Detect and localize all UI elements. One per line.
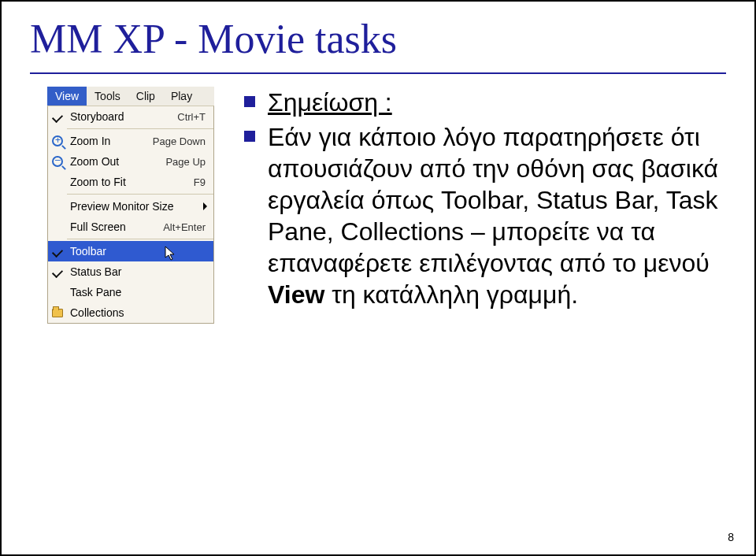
cursor-icon xyxy=(165,246,176,261)
blank-icon xyxy=(48,217,67,237)
menu-zoom-in[interactable]: Zoom In Page Down xyxy=(48,131,213,151)
slide-title: ΜΜ XP - Movie tasks xyxy=(30,16,397,62)
menu-collections[interactable]: Collections xyxy=(48,302,213,323)
menu-item-shortcut: Page Up xyxy=(165,156,213,168)
menu-item-label: Status Bar xyxy=(67,265,213,278)
menubar-tools[interactable]: Tools xyxy=(87,87,128,106)
menu-item-label: Zoom to Fit xyxy=(67,176,194,188)
menu-item-label: Storyboard xyxy=(67,110,177,123)
zoom-in-icon xyxy=(48,131,67,151)
view-dropdown: Storyboard Ctrl+T Zoom In Page Down Zoom… xyxy=(47,106,214,324)
menubar-play[interactable]: Play xyxy=(163,87,200,106)
check-icon xyxy=(48,106,67,127)
bullet-paragraph: Εάν για κάποιο λόγο παρατηρήσετε ότι απο… xyxy=(244,121,723,310)
menu-item-label: Collections xyxy=(67,306,213,319)
menu-zoom-to-fit[interactable]: Zoom to Fit F9 xyxy=(48,172,213,192)
menubar: View Tools Clip Play xyxy=(47,87,214,106)
menu-item-shortcut: Ctrl+T xyxy=(177,111,213,123)
bullet-icon xyxy=(244,96,255,107)
menu-item-label: Toolbar xyxy=(67,245,213,258)
page-number: 8 xyxy=(728,531,734,543)
zoom-out-icon xyxy=(48,151,67,172)
menu-separator xyxy=(67,239,213,239)
folder-icon xyxy=(48,302,67,323)
menu-task-pane[interactable]: Task Pane xyxy=(48,282,213,302)
check-icon xyxy=(48,241,67,261)
menu-status-bar[interactable]: Status Bar xyxy=(48,261,213,282)
blank-icon xyxy=(48,282,67,302)
menu-preview-size[interactable]: Preview Monitor Size xyxy=(48,196,213,217)
title-rule xyxy=(30,72,726,74)
bullet-icon xyxy=(244,131,255,142)
menu-separator xyxy=(67,194,213,195)
blank-icon xyxy=(48,196,67,217)
menu-item-label: Full Screen xyxy=(67,221,163,233)
note-label: Σημείωση : xyxy=(268,88,392,117)
menubar-view[interactable]: View xyxy=(47,87,87,106)
menubar-clip[interactable]: Clip xyxy=(128,87,163,106)
menu-toolbar[interactable]: Toolbar xyxy=(48,241,213,261)
paragraph-bold: View xyxy=(268,280,324,309)
menu-storyboard[interactable]: Storyboard Ctrl+T xyxy=(48,106,213,127)
menu-full-screen[interactable]: Full Screen Alt+Enter xyxy=(48,217,213,237)
bullet-note: Σημείωση : xyxy=(244,87,723,118)
menu-separator xyxy=(67,128,213,129)
menu-item-label: Zoom In xyxy=(67,135,153,147)
menu-zoom-out[interactable]: Zoom Out Page Up xyxy=(48,151,213,172)
menu-item-shortcut: Page Down xyxy=(153,135,213,147)
body-text: Σημείωση : Εάν για κάποιο λόγο παρατηρήσ… xyxy=(244,87,723,313)
blank-icon xyxy=(48,172,67,192)
menu-item-shortcut: F9 xyxy=(194,176,213,188)
paragraph-part-a: Εάν για κάποιο λόγο παρατηρήσετε ότι απο… xyxy=(268,123,718,277)
check-icon xyxy=(48,261,67,282)
menu-item-label: Preview Monitor Size xyxy=(67,200,213,213)
menu-item-label: Task Pane xyxy=(67,286,213,298)
paragraph: Εάν για κάποιο λόγο παρατηρήσετε ότι απο… xyxy=(268,121,723,310)
menu-item-shortcut: Alt+Enter xyxy=(163,221,213,233)
menu-item-label: Zoom Out xyxy=(67,155,165,168)
view-menu-screenshot: View Tools Clip Play Storyboard Ctrl+T Z… xyxy=(47,87,214,324)
paragraph-part-b: τη κατάλληλη γραμμή. xyxy=(324,280,578,309)
submenu-arrow-icon xyxy=(203,202,207,210)
slide: ΜΜ XP - Movie tasks View Tools Clip Play… xyxy=(0,0,756,556)
